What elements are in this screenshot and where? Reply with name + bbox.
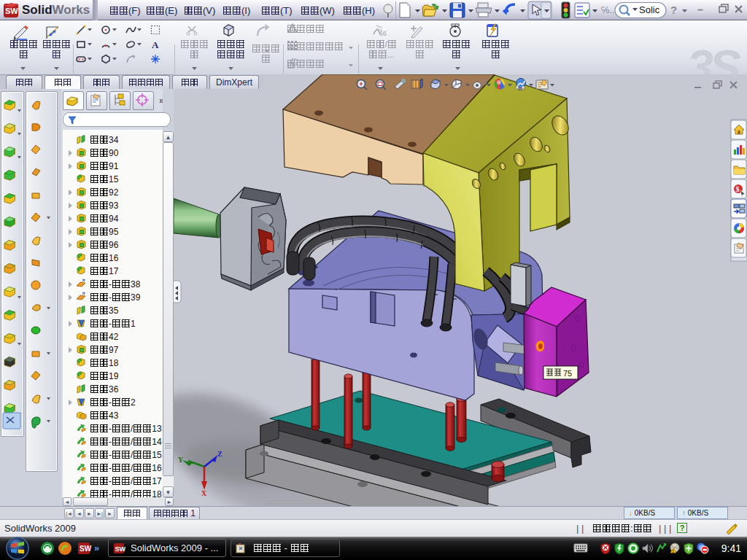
svg-text:?: ? <box>670 4 677 16</box>
svg-text:66: 66 <box>379 30 387 37</box>
svg-text:!: ! <box>673 549 674 553</box>
svg-text:Solic: Solic <box>639 4 660 15</box>
svg-text:℅..: ℅.. <box>601 4 615 15</box>
svg-text:»: » <box>159 95 163 106</box>
svg-text:Z: Z <box>217 450 222 458</box>
svg-text:$: $ <box>736 185 740 193</box>
svg-text:Y: Y <box>178 456 184 464</box>
svg-text:SW: SW <box>5 7 18 15</box>
svg-text:75: 75 <box>563 369 572 378</box>
svg-text:SW: SW <box>80 545 92 553</box>
svg-text:X: X <box>201 489 207 497</box>
svg-text:A: A <box>152 39 159 50</box>
svg-text:–: – <box>697 4 703 15</box>
svg-text:SW: SW <box>115 545 126 553</box>
svg-text:»: » <box>94 542 99 553</box>
